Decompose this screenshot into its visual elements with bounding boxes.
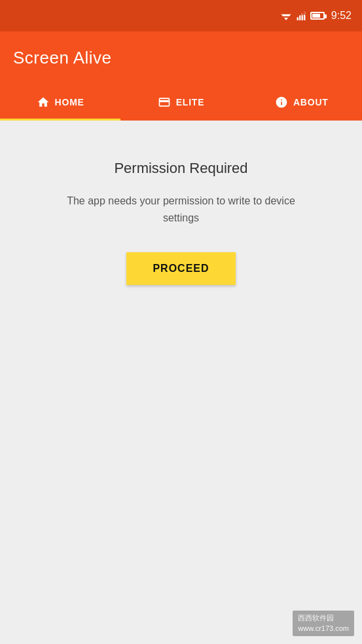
svg-rect-3 [297,17,298,20]
info-icon [275,96,288,109]
tab-about[interactable]: ABOUT [242,84,362,121]
tab-about-label: ABOUT [293,97,329,107]
status-time: 9:52 [331,10,352,22]
watermark-line1: 西西软件园 [298,613,349,623]
watermark-box: 西西软件园 www.cr173.com [293,611,354,636]
tab-home[interactable]: HOME [0,84,120,121]
wifi-icon [280,11,292,20]
tab-home-label: HOME [55,97,84,107]
proceed-button[interactable]: PROCEED [126,252,235,285]
status-icons: 9:52 [280,10,352,22]
battery-icon [310,12,325,20]
tab-elite-label: ELITE [176,97,205,107]
svg-marker-2 [284,18,288,20]
main-content: Permission Required The app needs your p… [0,121,362,644]
app-title: Screen Alive [13,48,112,68]
permission-title: Permission Required [114,160,247,177]
svg-rect-4 [299,15,300,20]
watermark: 西西软件园 www.cr173.com [293,611,354,636]
tab-elite[interactable]: ELITE [120,84,241,121]
permission-description: The app needs your permission to write t… [57,193,306,226]
home-icon [37,96,50,109]
status-bar: 9:52 [0,0,362,31]
tab-bar: HOME ELITE ABOUT [0,84,362,121]
signal-icon [296,11,306,20]
watermark-line2: www.cr173.com [298,624,349,634]
card-icon [158,96,171,109]
app-header: Screen Alive [0,31,362,84]
